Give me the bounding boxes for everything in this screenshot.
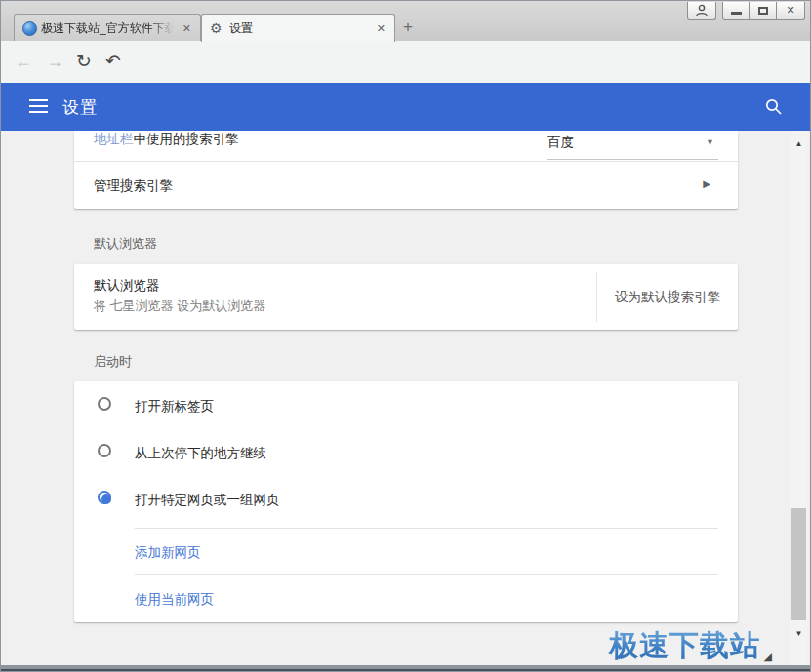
maximize-button[interactable] xyxy=(750,2,777,20)
tab-close-icon[interactable]: ✕ xyxy=(374,21,388,36)
settings-search-icon[interactable] xyxy=(765,99,782,115)
close-icon: ✕ xyxy=(786,4,794,17)
settings-title: 设置 xyxy=(62,97,98,119)
add-new-page-link[interactable]: 添加新网页 xyxy=(74,528,738,574)
radio-row-specific-pages[interactable]: 打开特定网页或一组网页 xyxy=(74,475,738,522)
chevron-right-icon: ▶ xyxy=(703,178,710,189)
undo-icon[interactable]: ↶ xyxy=(105,50,121,73)
maximize-icon xyxy=(758,7,768,15)
radio-icon[interactable] xyxy=(98,491,111,504)
tab-download-site[interactable]: 极速下载站_官方软件下载 ✕ xyxy=(14,14,201,42)
section-label-startup: 启动时 xyxy=(94,353,132,371)
scrollbar[interactable]: ▲ ▼ xyxy=(791,131,807,667)
radio-icon[interactable] xyxy=(98,397,111,411)
default-search-engine-row: 地址栏中使用的搜索引擎 百度 ▼ xyxy=(74,131,738,161)
minimize-icon xyxy=(731,12,742,15)
startup-card: 打开新标签页 从上次停下的地方继续 打开特定网页或一组网页 添加新网页 使用当前… xyxy=(74,381,738,622)
person-icon xyxy=(695,4,709,17)
default-browser-card: 默认浏览器 将 七星浏览器 设为默认浏览器 设为默认搜索引擎 xyxy=(74,264,738,330)
scrollbar-thumb[interactable] xyxy=(791,508,806,620)
radio-row-continue[interactable]: 从上次停下的地方继续 xyxy=(74,428,738,475)
search-engine-card: 地址栏中使用的搜索引擎 百度 ▼ 管理搜索引擎 ▶ xyxy=(74,131,738,209)
dropdown-arrow-icon: ▼ xyxy=(706,138,714,147)
tab-settings[interactable]: ⚙ 设置 ✕ xyxy=(201,14,395,42)
refresh-icon[interactable]: ↻ xyxy=(76,50,92,73)
browser-window: 极速下载站_官方软件下载 ✕ ⚙ 设置 ✕ + ✕ ← → ↻ ↶ xyxy=(0,0,811,672)
row-label: 地址栏中使用的搜索引擎 xyxy=(94,131,239,148)
watermark-arrow-icon: ◢ xyxy=(764,651,772,663)
close-button[interactable]: ✕ xyxy=(777,2,805,20)
account-button[interactable] xyxy=(687,2,716,20)
forward-icon[interactable]: → xyxy=(46,50,63,73)
scroll-up-icon[interactable]: ▲ xyxy=(791,134,807,153)
search-engine-select[interactable]: 百度 ▼ xyxy=(547,132,718,160)
hamburger-menu-icon[interactable] xyxy=(29,99,48,117)
titlebar[interactable]: 极速下载站_官方软件下载 ✕ ⚙ 设置 ✕ + ✕ xyxy=(1,1,810,41)
use-current-pages-link[interactable]: 使用当前网页 xyxy=(74,574,738,621)
tab-close-icon[interactable]: ✕ xyxy=(180,21,194,36)
tab-title: 极速下载站_官方软件下载 xyxy=(41,20,176,37)
window-bottom-border xyxy=(1,665,810,671)
gear-favicon-icon: ⚙ xyxy=(210,21,225,36)
scroll-down-icon[interactable]: ▼ xyxy=(791,623,807,643)
set-default-button[interactable]: 设为默认搜索引擎 xyxy=(597,264,738,330)
minimize-button[interactable] xyxy=(722,2,750,20)
settings-header: 设置 xyxy=(1,83,810,131)
globe-favicon-icon xyxy=(22,21,37,36)
tab-title: 设置 xyxy=(229,20,370,37)
radio-icon[interactable] xyxy=(98,444,111,457)
manage-search-engines-row[interactable]: 管理搜索引擎 ▶ xyxy=(74,161,738,208)
toolbar: ← → ↻ ↶ 七星浏览器 | chrome://settings ☆ ▾ xyxy=(1,41,810,83)
watermark-logo: 极速下载站 xyxy=(1,626,760,666)
default-browser-subtitle: 将 七星浏览器 设为默认浏览器 xyxy=(94,297,265,315)
back-icon[interactable]: ← xyxy=(15,50,32,73)
section-label-default-browser: 默认浏览器 xyxy=(94,235,157,253)
settings-content: 地址栏中使用的搜索引擎 百度 ▼ 管理搜索引擎 ▶ 默认浏览器 默认浏览器 将 … xyxy=(1,131,790,667)
radio-row-new-tab[interactable]: 打开新标签页 xyxy=(74,381,738,428)
new-tab-button[interactable]: + xyxy=(403,18,413,37)
default-browser-title: 默认浏览器 xyxy=(94,277,160,295)
